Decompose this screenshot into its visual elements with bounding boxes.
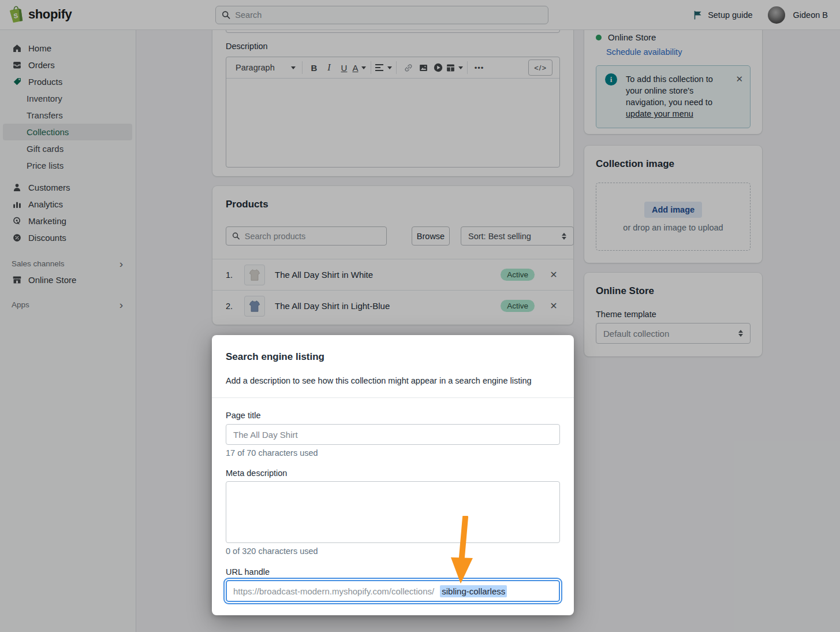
theme-template-select[interactable]: Default collection (596, 323, 751, 344)
align-left-icon (375, 64, 384, 72)
channel-name: Online Store (608, 32, 656, 42)
banner-close-button[interactable]: ✕ (736, 73, 743, 128)
update-menu-link[interactable]: update your menu (626, 109, 693, 118)
more-options-button[interactable]: ••• (472, 60, 487, 76)
sidebar-item-home[interactable]: Home (0, 40, 136, 57)
sidebar-item-collections[interactable]: Collections (3, 124, 132, 140)
products-controls: Browse Sort: Best selling (226, 226, 560, 246)
remove-product-button[interactable]: ✕ (547, 300, 560, 311)
setup-guide-button[interactable]: Setup guide (693, 10, 752, 20)
meta-description-textarea[interactable] (226, 481, 560, 543)
url-handle-input[interactable]: https://broadcast-modern.myshopify.com/c… (226, 580, 560, 602)
sort-select[interactable]: Sort: Best selling (461, 226, 574, 246)
product-name[interactable]: The All Day Shirt in White (275, 270, 373, 280)
underline-button[interactable]: U (337, 60, 352, 76)
rte-content-area[interactable] (226, 79, 559, 168)
sidebar-item-gift-cards[interactable]: Gift cards (0, 140, 136, 157)
online-store-title: Online Store (596, 285, 654, 297)
product-thumbnail (244, 265, 265, 285)
row-index: 2. (226, 302, 244, 311)
drop-hint: or drop an image to upload (623, 223, 723, 232)
updown-arrows-icon (738, 330, 743, 337)
topbar: S shopify Setup guide Gideon B (0, 0, 840, 30)
status-badge: Active (501, 300, 535, 312)
online-store-theme-card: Online Store Theme template Default coll… (584, 273, 762, 356)
setup-guide-label: Setup guide (708, 10, 752, 20)
italic-button[interactable]: I (322, 60, 337, 76)
white-shirt-image (247, 267, 262, 282)
insert-link-button[interactable] (401, 60, 416, 76)
user-name: Gideon B (793, 10, 828, 20)
remove-product-button[interactable]: ✕ (547, 269, 560, 280)
product-search-input[interactable] (245, 232, 380, 241)
shopify-bag-icon: S (8, 5, 24, 24)
insert-table-button[interactable] (446, 60, 463, 76)
shopify-admin-page: S shopify Setup guide Gideon B (0, 0, 840, 632)
page-title-input[interactable] (226, 424, 560, 445)
sidebar-item-online-store[interactable]: Online Store (0, 272, 136, 288)
product-row: 1. The All Day Shirt in White Active ✕ (212, 259, 573, 290)
page-title-label: Page title (226, 411, 260, 420)
sidebar-item-discounts[interactable]: Discounts (0, 229, 136, 246)
link-icon (404, 63, 413, 73)
image-dropzone[interactable]: Add image or drop an image to upload (596, 183, 751, 251)
apps-header[interactable]: Apps › (0, 296, 136, 313)
meta-description-label: Meta description (226, 469, 287, 478)
blue-shirt-image (247, 299, 262, 314)
table-icon (446, 63, 456, 73)
search-icon (232, 232, 240, 240)
discounts-icon (12, 233, 22, 243)
sidebar-item-marketing[interactable]: Marketing (0, 213, 136, 229)
sidebar-item-inventory[interactable]: Inventory (0, 90, 136, 107)
sidebar-item-transfers[interactable]: Transfers (0, 107, 136, 124)
browse-button[interactable]: Browse (412, 226, 450, 246)
show-html-button[interactable]: </> (528, 60, 552, 76)
flag-icon (693, 10, 703, 20)
rich-text-editor: Paragraph B I U A (226, 57, 560, 168)
search-icon (222, 10, 230, 20)
schedule-availability-link[interactable]: Schedule availability (606, 47, 682, 57)
sales-channels-header[interactable]: Sales channels › (0, 255, 136, 272)
insert-video-button[interactable] (431, 60, 446, 76)
divider (212, 397, 574, 398)
online-status-dot-icon (596, 35, 602, 40)
products-tag-icon (12, 77, 22, 87)
logo-wordmark: shopify (28, 7, 72, 22)
status-badge: Active (501, 269, 535, 281)
chevron-down-icon (291, 66, 296, 69)
sidebar-item-products[interactable]: Products (0, 73, 136, 90)
product-search[interactable] (226, 226, 387, 246)
insert-image-button[interactable] (416, 60, 431, 76)
sidebar-item-orders[interactable]: Orders (0, 57, 136, 73)
collection-image-title: Collection image (596, 158, 674, 170)
chevron-down-icon (361, 66, 366, 69)
paragraph-style-select[interactable]: Paragraph (233, 60, 298, 76)
channel-status-row: Online Store (596, 32, 656, 42)
row-index: 1. (226, 270, 244, 280)
sidebar-item-analytics[interactable]: Analytics (0, 196, 136, 213)
global-search[interactable] (215, 6, 548, 24)
image-icon (419, 63, 428, 73)
video-play-icon (433, 62, 443, 73)
sidebar-item-customers[interactable]: Customers (0, 179, 136, 196)
product-thumbnail (244, 296, 265, 317)
product-row: 2. The All Day Shirt in Light-Blue Activ… (212, 290, 573, 321)
bold-button[interactable]: B (307, 60, 322, 76)
chevron-right-icon: › (120, 299, 123, 310)
sidebar-nav: Home Orders Products Inventory Transfers… (0, 30, 136, 632)
alignment-button[interactable] (375, 60, 392, 76)
global-search-input[interactable] (235, 10, 542, 20)
search-engine-listing-card: Search engine listing Add a description … (212, 335, 574, 615)
chevron-down-icon (387, 66, 392, 69)
banner-text: To add this collection to your online st… (626, 73, 718, 128)
meta-description-help: 0 of 320 characters used (226, 547, 318, 556)
text-color-button[interactable]: A (352, 60, 367, 76)
shopify-logo[interactable]: S shopify (8, 5, 72, 24)
info-icon: i (605, 73, 617, 85)
page-title-help: 17 of 70 characters used (226, 448, 318, 458)
add-image-button[interactable]: Add image (644, 202, 702, 218)
product-name[interactable]: The All Day Shirt in Light-Blue (275, 301, 390, 311)
sidebar-item-price-lists[interactable]: Price lists (0, 157, 136, 174)
collection-image-card: Collection image Add image or drop an im… (584, 146, 762, 263)
avatar[interactable] (768, 6, 785, 24)
